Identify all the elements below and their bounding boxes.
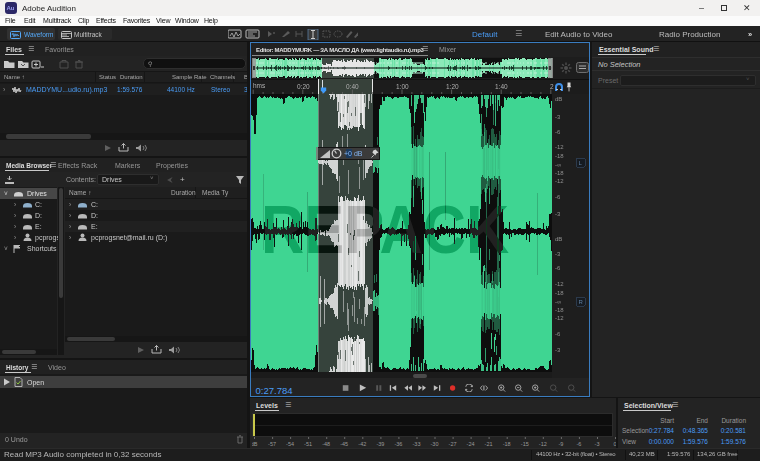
svg-text:-45: -45 (340, 441, 348, 447)
svg-text:-18: -18 (555, 307, 564, 313)
svg-text:-6: -6 (576, 441, 581, 447)
svg-text:-15: -15 (521, 441, 529, 447)
svg-text:-24: -24 (467, 441, 475, 447)
svg-text:-12: -12 (555, 144, 564, 150)
svg-text:-12: -12 (539, 441, 547, 447)
svg-text:-18: -18 (503, 441, 511, 447)
svg-text:-27: -27 (449, 441, 457, 447)
svg-text:dB: dB (252, 441, 258, 447)
svg-text:R: R (579, 299, 584, 305)
svg-text:-3: -3 (555, 114, 561, 120)
svg-text:-6: -6 (555, 129, 561, 135)
svg-text:-12: -12 (555, 281, 564, 287)
svg-text:-21: -21 (485, 441, 493, 447)
svg-text:-57: -57 (268, 441, 276, 447)
svg-text:-48: -48 (322, 441, 330, 447)
svg-text:-12: -12 (555, 315, 564, 321)
svg-text:-3: -3 (595, 441, 600, 447)
svg-text:-9: -9 (558, 441, 563, 447)
svg-text:-6: -6 (555, 194, 561, 200)
svg-text:-∞: -∞ (555, 162, 561, 168)
svg-text:-3: -3 (555, 211, 561, 217)
svg-text:-6: -6 (555, 331, 561, 337)
svg-text:-42: -42 (358, 441, 366, 447)
svg-text:-3: -3 (555, 251, 561, 257)
svg-text:-18: -18 (555, 170, 564, 176)
svg-text:dB: dB (555, 96, 562, 102)
svg-text:-54: -54 (286, 441, 294, 447)
svg-text:-18: -18 (555, 153, 564, 159)
svg-text:-51: -51 (304, 441, 312, 447)
svg-text:-30: -30 (431, 441, 439, 447)
svg-text:-18: -18 (555, 290, 564, 296)
svg-text:dB: dB (555, 236, 562, 242)
svg-text:-33: -33 (413, 441, 421, 447)
svg-text:-12: -12 (555, 178, 564, 184)
svg-text:-36: -36 (394, 441, 402, 447)
svg-text:-3: -3 (555, 347, 561, 353)
svg-text:-39: -39 (376, 441, 384, 447)
svg-text:-6: -6 (555, 265, 561, 271)
svg-text:-∞: -∞ (555, 299, 561, 305)
